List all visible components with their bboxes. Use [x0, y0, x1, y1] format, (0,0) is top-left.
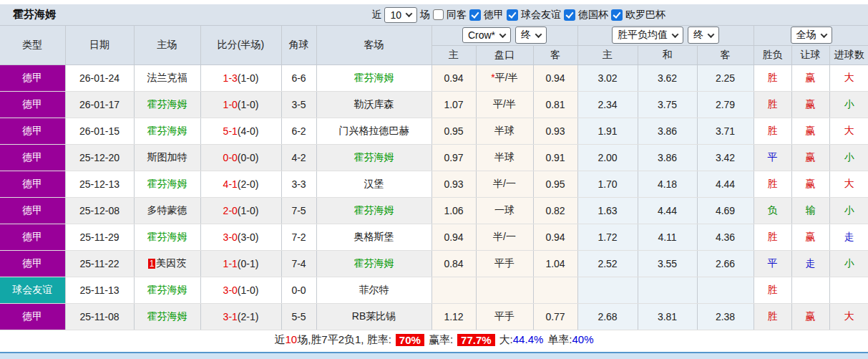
away-team-cell: 霍芬海姆: [316, 144, 431, 171]
odds-away-cell: 0.81: [533, 91, 577, 118]
handicap-result-cell: 走: [791, 250, 829, 277]
corners-cell: 7-2: [281, 224, 316, 250]
league-checkbox-friendly[interactable]: [507, 9, 518, 21]
type-cell: 德甲: [0, 303, 65, 330]
result-cell: 胜: [754, 91, 791, 118]
odds-away-cell: 0.77: [533, 303, 577, 330]
handicap-cell: 一球: [476, 197, 533, 224]
odds-home-cell: 1.12: [431, 303, 476, 330]
date-cell: 26-01-24: [65, 64, 134, 91]
avg-away-cell: 4.36: [697, 224, 754, 250]
home-team-cell: 霍芬海姆: [134, 91, 200, 118]
goals-cell: 小: [829, 144, 868, 171]
col-header-away: 客场: [316, 26, 431, 64]
type-cell: 德甲: [0, 250, 65, 277]
col-header-odds-home: 主: [431, 45, 476, 64]
league-checkbox-bundesliga[interactable]: [469, 9, 481, 21]
odds-home-cell: [431, 277, 476, 303]
result-cell: 胜: [754, 118, 791, 144]
avg-draw-cell: [638, 277, 697, 303]
col-header-handicap-result: 让球: [791, 45, 829, 64]
date-cell: 25-12-08: [65, 197, 134, 224]
handicap-cell: 平手: [476, 250, 533, 277]
result-cell: 胜: [754, 224, 791, 250]
same-venue-checkbox[interactable]: [433, 9, 444, 20]
chevron-down-icon: [708, 31, 715, 38]
odds-away-cell: 0.82: [533, 197, 577, 224]
date-cell: 25-11-13: [65, 277, 134, 303]
avg-home-cell: 2.68: [577, 303, 638, 330]
result-cell: 胜: [754, 277, 791, 303]
corners-cell: 7-5: [281, 197, 316, 224]
filter-controls: 近 10 场 同客 德甲 球会友谊 德国杯 欧罗巴杯: [371, 7, 665, 23]
avg-group-header: 胜平负均值 终: [577, 26, 754, 45]
away-team-cell: 奥格斯堡: [316, 224, 431, 250]
avg-home-cell: 2.34: [577, 91, 638, 118]
avg-away-cell: 3.71: [697, 118, 754, 144]
odds-stage-select[interactable]: 终: [515, 27, 547, 44]
odds-home-cell: 1.06: [431, 197, 476, 224]
handicap-cell: 半/一: [476, 171, 533, 197]
handicap-cell: 半球: [476, 118, 533, 144]
odds-home-cell: 0.94: [431, 64, 476, 91]
home-team-cell: 霍芬海姆: [134, 303, 200, 330]
home-team-cell: 霍芬海姆: [134, 277, 200, 303]
handicap-rate-label: 赢率:: [429, 333, 453, 347]
odds-home-cell: 0.93: [431, 171, 476, 197]
league-checkbox-dfb-pokal[interactable]: [564, 9, 575, 21]
away-team-cell: 菲尔特: [316, 277, 431, 303]
result-cell: 胜: [754, 171, 791, 197]
match-row: 德甲25-12-08多特蒙德2-0(1-0)7-5霍芬海姆1.06一球0.821…: [0, 197, 868, 224]
avg-draw-cell: 3.75: [638, 91, 697, 118]
goals-cell: 小: [829, 250, 868, 277]
handicap-result-cell: 赢: [791, 171, 829, 197]
avg-type-select[interactable]: 胜平负均值: [612, 27, 683, 44]
scope-select[interactable]: 全场: [791, 27, 832, 44]
chevron-down-icon: [672, 31, 679, 38]
result-cell: 负: [754, 197, 791, 224]
type-cell: 德甲: [0, 144, 65, 171]
avg-stage-select[interactable]: 终: [688, 27, 719, 44]
score-cell: 1-3(1-0): [200, 64, 281, 91]
col-header-type: 类型: [0, 26, 65, 64]
league-checkbox-europa[interactable]: [611, 9, 623, 21]
odds-away-cell: 0.95: [533, 171, 577, 197]
type-cell: 德甲: [0, 197, 65, 224]
score-cell: 1-1(0-1): [200, 250, 281, 277]
handicap-result-cell: [791, 277, 829, 303]
result-group-header: 全场: [754, 26, 868, 45]
avg-home-cell: 2.52: [577, 250, 638, 277]
recent-count-select[interactable]: 10: [384, 7, 417, 23]
chevron-down-icon: [820, 31, 827, 38]
goals-cell: 走: [829, 224, 868, 250]
date-cell: 25-12-20: [65, 144, 134, 171]
date-cell: 26-01-15: [65, 118, 134, 144]
match-history-panel: 霍芬海姆 近 10 场 同客 德甲 球会友谊 德国杯 欧罗巴杯: [0, 0, 868, 359]
avg-home-cell: 1.72: [577, 224, 638, 250]
date-cell: 25-11-22: [65, 250, 134, 277]
type-cell: 德甲: [0, 224, 65, 250]
handicap-result-cell: 赢: [791, 144, 829, 171]
odds-home-cell: 0.97: [431, 144, 476, 171]
home-team-cell: 1美因茨: [134, 250, 200, 277]
match-row: 德甲26-01-17霍芬海姆1-0(1-0)3-5勒沃库森1.07平/半0.81…: [0, 91, 868, 118]
goals-cell: 大: [829, 171, 868, 197]
score-cell: 3-1(2-1): [200, 303, 281, 330]
score-cell: 1-0(1-0): [200, 91, 281, 118]
handicap-rate-badge: 77.7%: [457, 334, 495, 346]
score-cell: 0-0(0-0): [200, 144, 281, 171]
bookmaker-select[interactable]: Crow*: [462, 27, 511, 43]
match-row: 德甲26-01-24法兰克福1-3(1-0)6-6霍芬海姆0.94*平/半0.9…: [0, 64, 868, 91]
home-team-cell: 霍芬海姆: [134, 171, 200, 197]
match-row: 德甲25-11-221美因茨1-1(0-1)7-4霍芬海姆0.84平手1.042…: [0, 250, 868, 277]
away-team-cell: 门兴格拉德巴赫: [316, 118, 431, 144]
rank-badge: 1: [148, 259, 156, 269]
away-team-cell: RB莱比锡: [316, 303, 431, 330]
avg-away-cell: 2.79: [697, 91, 754, 118]
team-title: 霍芬海姆: [0, 8, 56, 21]
league-label-dfb-pokal: 德国杯: [578, 9, 608, 21]
avg-home-cell: 3.02: [577, 64, 638, 91]
type-cell: 球会友谊: [0, 277, 65, 303]
chevron-down-icon: [535, 31, 542, 38]
avg-draw-cell: 3.81: [638, 303, 697, 330]
